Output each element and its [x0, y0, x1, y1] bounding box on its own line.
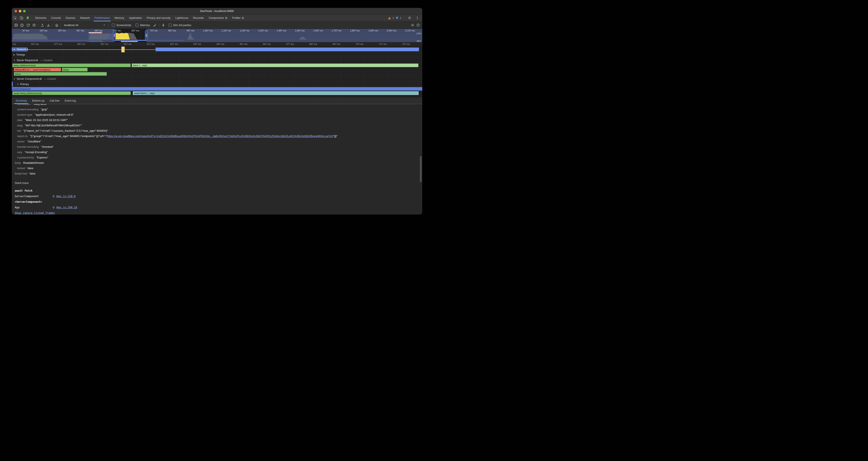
bottom-tab-summary[interactable]: Summary — [13, 97, 29, 104]
minimap-tick-label: 97 ms — [23, 29, 29, 32]
detail-key: etag — [17, 124, 23, 127]
perf-entry-yellow[interactable] — [121, 47, 125, 52]
download-profile-button[interactable] — [45, 23, 51, 28]
minimap[interactable]: CPU NET 97 ms197 ms297 ms397 ms497 ms597… — [12, 29, 422, 42]
perf-entry-delay[interactable]: delay — [14, 72, 107, 76]
disclosure-triangle-icon: ▶ — [13, 54, 15, 56]
tab-elements[interactable]: Elements — [33, 14, 49, 21]
perf-entry-delay-deferred-text[interactable]: delay (deferred text) — [12, 63, 131, 67]
memory-checkbox[interactable] — [135, 24, 138, 27]
upload-profile-button[interactable] — [39, 23, 45, 28]
clear-button[interactable] — [31, 23, 37, 28]
dim-3rd-parties-checkbox-label[interactable]: Dim 3rd parties — [168, 24, 191, 27]
gear-icon — [408, 16, 411, 20]
track-origin-label: — Custom — [44, 78, 56, 80]
show-ignore-listed-frames-link[interactable]: Show ignore-listed frames — [15, 211, 55, 214]
warning-icon[interactable] — [388, 17, 391, 20]
tab-profiler[interactable]: Profiler — [230, 14, 247, 21]
selection-handle-right[interactable] — [145, 30, 148, 40]
detail-key: content-type — [17, 113, 32, 116]
reload-and-record-button[interactable] — [25, 23, 31, 28]
record-button[interactable] — [19, 23, 25, 28]
screenshots-checkbox-label[interactable]: Screenshots — [112, 24, 131, 27]
track-label: Network — [17, 48, 26, 51]
dim-3rd-parties-checkbox[interactable] — [168, 24, 172, 27]
tab-label: Application — [129, 17, 142, 20]
bottom-tab-bottom-up[interactable]: Bottom-up — [29, 97, 47, 104]
more-options-button[interactable] — [414, 16, 421, 20]
track-group-toggle-primary[interactable]: ▼Primary — [12, 82, 422, 87]
net-axis-label: NET — [417, 40, 421, 42]
minimize-button[interactable] — [19, 10, 21, 12]
timeline-ruler[interactable]: ms 567 ms577 ms587 ms597 ms607 ms617 ms6… — [12, 42, 422, 47]
title-bar[interactable]: DevTools - localhost:3000/ — [12, 8, 422, 14]
minimap-tick-label: 497 ms — [95, 29, 103, 32]
selection-handle-left[interactable] — [113, 30, 116, 40]
track-toggle-timings[interactable]: ▶Timings — [12, 52, 422, 57]
stack-frame-function: <ServerComponent> — [15, 199, 53, 205]
toolbar-separator — [108, 24, 108, 27]
screenshots-checkbox[interactable] — [112, 24, 115, 27]
perf-entry-label: await fetch (…/api) — [134, 92, 155, 94]
tab-performance[interactable]: Performance — [92, 14, 112, 21]
detail-value-link[interactable]: https://a.nel.cloudflare.com/report/v4?s… — [107, 135, 333, 138]
detail-value: false — [28, 167, 33, 170]
extension-button[interactable] — [25, 14, 31, 21]
tab-components[interactable]: Components — [206, 14, 230, 21]
close-button[interactable] — [14, 10, 17, 12]
chevron-down-icon: ▼ — [103, 24, 105, 26]
settings-button[interactable] — [406, 16, 413, 20]
memory-checkbox-label[interactable]: Memory — [135, 24, 150, 27]
history-dropdown[interactable]: localhost #4 ▼ — [62, 23, 107, 28]
tab-console[interactable]: Console — [49, 14, 63, 21]
disclosure-triangle-icon: ▶ — [14, 48, 16, 51]
fit-window-button[interactable] — [161, 23, 166, 28]
perf-entry-servercomponent[interactable]: ServerComponent — [12, 87, 422, 91]
inspect-element-button[interactable] — [12, 14, 18, 21]
details-pane[interactable]: connection"keep-alive"content-encoding"g… — [12, 104, 422, 214]
tab-privacy-and-security[interactable]: Privacy and security — [144, 14, 173, 21]
ruler-tick-label: 687 ms — [309, 43, 318, 45]
stack-frame: <ServerComponent> — [15, 199, 422, 205]
tab-sources[interactable]: Sources — [63, 14, 78, 21]
live-metrics-button[interactable] — [54, 23, 59, 28]
tab-label: Components — [209, 17, 224, 20]
issues-icon[interactable] — [396, 17, 399, 20]
toggle-sidebar-button[interactable] — [13, 23, 19, 28]
track-group-toggle-server-requests[interactable]: ▼Server Requests — Custom — [12, 58, 422, 63]
stack-frame-source-link[interactable]: App.js:190:16 — [56, 206, 77, 209]
tab-recorder[interactable]: Recorder — [191, 14, 206, 21]
minimap-tick-label: 1,697 ms — [313, 29, 323, 32]
perf-entry-delayederror-ayed-exception[interactable]: delayedError (…ayed exception) — [14, 68, 61, 71]
zoom-button[interactable] — [23, 10, 26, 12]
detail-row-content-type: content-type"application/json; charset=u… — [12, 112, 422, 117]
perf-entry-delay[interactable]: delay — [62, 68, 88, 71]
collapse-vertical-icon — [161, 23, 165, 27]
track-toggle-network[interactable]: ▶Network — [12, 47, 28, 52]
help-button[interactable]: ? — [415, 23, 421, 28]
track-group-label: Server Components — [17, 78, 39, 80]
tab-application[interactable]: Application — [126, 14, 144, 21]
tab-network[interactable]: Network — [78, 14, 92, 21]
stack-frame-source-link[interactable]: App.js:128:9 — [56, 195, 75, 198]
perf-entry-netblue[interactable] — [155, 48, 419, 51]
perf-entry-await-fetch-api[interactable]: await fetch (…/api) — [133, 91, 418, 95]
bottom-tab-event-log[interactable]: Event log — [62, 97, 79, 104]
details-scrollbar[interactable] — [420, 156, 422, 182]
react-atom-icon — [242, 17, 244, 19]
track-group-label: Server Requests — [17, 59, 36, 62]
collect-garbage-button[interactable] — [152, 23, 158, 28]
tab-memory[interactable]: Memory — [112, 14, 126, 21]
perf-entry-await-delay-deferred-text[interactable]: await delay (deferred text) — [12, 91, 131, 95]
detail-row-locked: lockedfalse — [12, 166, 422, 171]
perf-entry-fetch-api[interactable]: fetch (…/api) — [132, 63, 418, 67]
bottom-tab-call-tree[interactable]: Call tree — [47, 97, 62, 104]
capture-settings-button[interactable] — [410, 23, 415, 28]
device-toolbar-button[interactable] — [18, 14, 25, 21]
stack-frames: await fetchServerComponent@App.js:128:9<… — [15, 188, 422, 210]
network-whisker — [27, 49, 156, 50]
detail-value: "}]}" — [333, 135, 337, 138]
tab-lighthouse[interactable]: Lighthouse — [173, 14, 190, 21]
track-group-toggle-server-components[interactable]: ▼Server Components — Custom — [12, 76, 422, 82]
minimap-tick-label: 1,997 ms — [368, 29, 379, 32]
